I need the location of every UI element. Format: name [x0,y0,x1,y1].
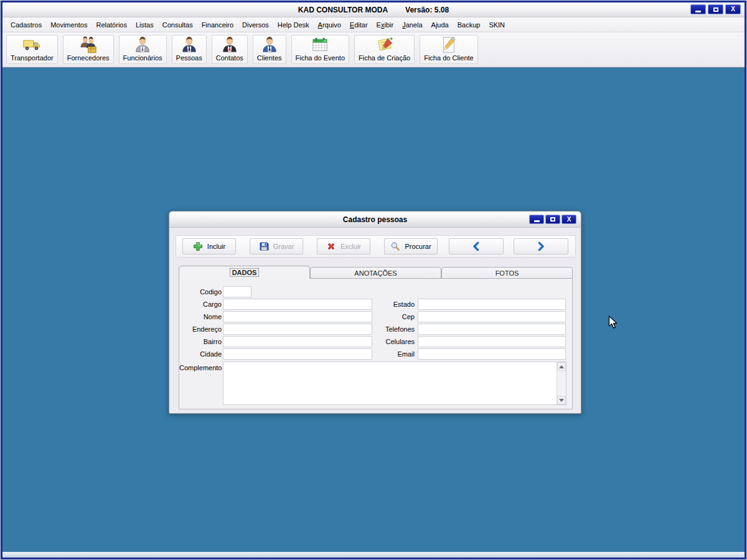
estado-input[interactable] [418,299,566,310]
scroll-down-icon[interactable] [557,396,566,404]
menu-relatorios[interactable]: Relatórios [92,19,131,30]
dialog-toolbar: IncluirGravarExcluirProcurar [176,235,576,258]
person-icon [180,35,199,54]
app-window: KAD CONSULTOR MODAVersão: 5.08 X Cadastr… [1,1,746,559]
bairro-label: Bairro [179,336,222,347]
menu-diversos[interactable]: Diversos [238,19,273,30]
maximize-button[interactable] [708,4,723,14]
menu-financeiro[interactable]: Financeiro [197,19,238,30]
ficha-do-cliente-button[interactable]: Ficha do Cliente [420,35,478,64]
ficha-de-criacao-button[interactable]: Ficha de Criação [354,35,415,64]
cidade-input[interactable] [223,348,372,360]
save-icon [259,241,269,251]
menu-movimentos[interactable]: Movimentos [46,19,92,30]
bottom-status-strip [2,552,745,558]
minimize-icon [534,220,540,222]
dialog-window-controls: X [529,215,576,224]
dialog-maximize-button[interactable] [545,215,560,224]
celulares-input[interactable] [418,336,566,347]
menu-arquivo[interactable]: Arquivo [314,19,345,30]
email-label: Email [372,348,415,360]
mdi-workspace: Cadastro pessoas X IncluirGravarExcluirP… [2,67,745,552]
close-icon: X [567,217,571,223]
contatos-button[interactable]: Contatos [212,35,248,64]
complemento-textarea[interactable] [223,362,566,405]
minimize-icon [695,11,701,12]
dados-tab-panel: CodigoCargoEstadoNomeCepEndereçoTelefone… [179,278,573,409]
button-label: Gravar [273,243,294,250]
dialog-close-button[interactable]: X [561,215,576,224]
minimize-button[interactable] [690,4,706,14]
close-button[interactable]: X [725,4,741,14]
arrow-right-icon [536,241,546,251]
dialog-tabs: DADOSANOTAÇÕESFOTOS [179,266,573,279]
menu-backup[interactable]: Backup [453,19,485,30]
codigo-label: Codigo [179,286,222,297]
app-window-controls: X [690,4,741,14]
menu-janela[interactable]: Janela [398,19,426,30]
truck-icon [22,35,41,54]
menu-listas[interactable]: Listas [131,19,158,30]
menu-help-desk[interactable]: Help Desk [273,19,314,30]
tab-label: FOTOS [496,269,519,277]
telefones-label: Telefones [372,324,415,335]
calendar-icon [311,35,329,54]
complemento-scrollbar[interactable] [557,362,566,404]
menu-skin[interactable]: SKIN [484,19,509,30]
complemento-label: Complemento [179,362,222,373]
cargo-input[interactable] [223,299,372,310]
dialog-minimize-button[interactable] [529,215,544,224]
delete-icon [326,241,336,251]
excluir-button[interactable]: Excluir [317,238,370,254]
funcionarios-button[interactable]: Funcionários [119,35,167,64]
tab-fotos[interactable]: FOTOS [441,267,573,279]
contact-icon [220,35,239,54]
tool-label: Ficha de Criação [359,54,410,62]
menubar: CadastrosMovimentosRelatóriosListasConsu… [2,17,745,32]
menu-exibir[interactable]: Exibir [372,19,398,30]
scroll-up-icon[interactable] [557,362,566,371]
dialog-cadastro-pessoas: Cadastro pessoas X IncluirGravarExcluirP… [169,211,581,414]
tab-anotacoes[interactable]: ANOTAÇÕES [310,267,441,279]
search-icon [390,241,400,251]
app-title-area: KAD CONSULTOR MODAVersão: 5.08 [2,6,745,14]
tool-label: Transportador [11,54,54,62]
arrow-left-icon [471,241,481,251]
clientes-button[interactable]: Clientes [253,35,286,64]
bairro-input[interactable] [223,336,372,347]
tab-label: ANOTAÇÕES [354,269,397,277]
tool-label: Fornecedores [67,54,110,62]
ficha-do-evento-button[interactable]: Ficha do Evento [291,35,350,64]
menu-editar[interactable]: Editar [345,19,372,30]
tool-label: Funcionários [123,54,162,62]
transportador-button[interactable]: Transportador [6,35,58,64]
suppliers-icon [79,35,98,54]
gravar-button[interactable]: Gravar [250,238,303,254]
incluir-button[interactable]: Incluir [182,238,236,254]
email-input[interactable] [418,348,566,360]
tab-label: DADOS [230,269,259,276]
procurar-button[interactable]: Procurar [384,238,438,254]
menu-cadastros[interactable]: Cadastros [6,19,46,30]
endereco-label: Endereço [179,324,222,335]
menu-ajuda[interactable]: Ajuda [427,19,453,30]
pessoas-button[interactable]: Pessoas [172,35,207,64]
nome-input[interactable] [223,311,372,322]
button-label: Excluir [341,243,361,250]
fornecedores-button[interactable]: Fornecedores [63,35,114,64]
note-pencil-icon [375,35,394,54]
cep-label: Cep [372,311,415,322]
tool-label: Clientes [257,54,282,62]
menu-consultas[interactable]: Consultas [158,19,197,30]
dialog-titlebar[interactable]: Cadastro pessoas X [169,212,581,228]
close-icon: X [731,6,735,12]
codigo-input[interactable] [223,286,251,297]
endereco-input[interactable] [223,324,372,335]
cep-input[interactable] [418,311,566,322]
previous-record-button[interactable] [449,238,504,254]
next-record-button[interactable] [514,238,568,254]
telefones-input[interactable] [418,324,566,335]
cargo-label: Cargo [179,299,222,310]
tab-dados[interactable]: DADOS [179,266,310,279]
pencil-icon [439,35,458,54]
